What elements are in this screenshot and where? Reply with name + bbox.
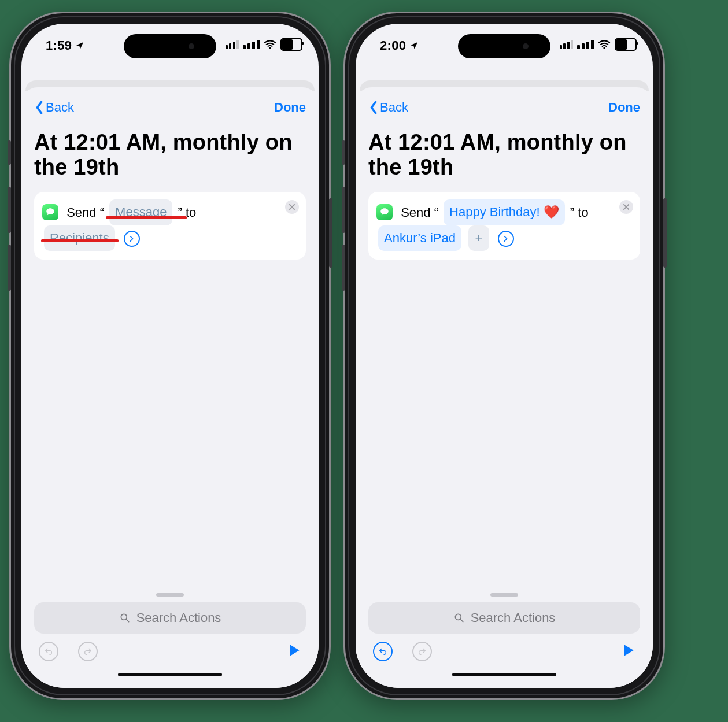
back-label: Back — [380, 100, 408, 115]
messages-app-icon — [376, 204, 393, 220]
status-time: 2:00 — [380, 38, 419, 53]
bottom-toolbar — [34, 634, 306, 664]
secondary-signal-icon — [560, 40, 574, 49]
svg-point-0 — [269, 47, 271, 49]
actions-dock: Search Actions — [34, 587, 306, 679]
done-label: Done — [274, 100, 306, 114]
side-button — [329, 198, 332, 268]
message-field[interactable]: Message — [109, 199, 172, 225]
close-icon — [289, 203, 295, 210]
secondary-signal-icon — [226, 40, 239, 49]
search-placeholder: Search Actions — [136, 610, 221, 625]
add-recipient-button[interactable]: + — [468, 225, 489, 251]
expand-action-button[interactable] — [498, 231, 514, 247]
nav-bar: Back Done — [34, 99, 306, 116]
location-icon — [75, 41, 84, 50]
send-label: Send — [66, 205, 96, 220]
to-label: to — [186, 205, 196, 220]
undo-icon — [378, 647, 387, 656]
search-actions-field[interactable]: Search Actions — [34, 602, 306, 634]
home-indicator[interactable] — [452, 673, 556, 676]
grab-handle[interactable] — [156, 593, 184, 597]
search-icon — [453, 612, 465, 624]
done-label: Done — [608, 100, 640, 114]
recipient-token[interactable]: Ankur’s iPad — [378, 225, 461, 251]
action-summary-row: Send “ Message ” to Recipients — [42, 200, 279, 251]
undo-icon — [44, 647, 53, 656]
status-time: 1:59 — [46, 38, 84, 53]
back-button[interactable]: Back — [34, 100, 74, 115]
home-indicator[interactable] — [118, 673, 222, 676]
close-icon — [623, 203, 630, 210]
phone-right: 2:00 Back Done — [343, 12, 665, 700]
back-label: Back — [46, 100, 74, 115]
automation-editor-sheet: Back Done At 12:01 AM, monthly on the 19… — [21, 87, 319, 688]
status-time-text: 1:59 — [46, 38, 72, 53]
actions-dock: Search Actions — [368, 587, 640, 679]
done-button[interactable]: Done — [608, 100, 640, 115]
redo-button[interactable] — [412, 642, 432, 661]
chevron-right-icon — [129, 236, 135, 242]
wifi-icon — [598, 38, 611, 51]
message-field[interactable]: Happy Birthday! ❤️ — [444, 199, 565, 225]
messages-app-icon — [42, 204, 58, 220]
send-label: Send — [401, 205, 430, 220]
page-title: At 12:01 AM, monthly on the 19th — [34, 130, 306, 179]
send-message-action-card[interactable]: Send “ Happy Birthday! ❤️ ” to Ankur’s i… — [368, 192, 640, 260]
cell-signal-icon — [577, 40, 594, 49]
recipients-field[interactable]: Recipients — [44, 225, 115, 251]
page-title: At 12:01 AM, monthly on the 19th — [368, 130, 640, 179]
location-icon — [409, 41, 419, 50]
action-summary-row: Send “ Happy Birthday! ❤️ ” to Ankur’s i… — [376, 200, 614, 251]
status-right — [560, 38, 637, 51]
run-button[interactable] — [286, 643, 301, 660]
search-actions-field[interactable]: Search Actions — [368, 602, 640, 634]
run-button[interactable] — [620, 643, 635, 660]
annotation-underline — [106, 216, 187, 219]
play-icon — [620, 643, 635, 658]
status-right — [226, 38, 303, 51]
battery-icon — [280, 38, 302, 51]
play-icon — [286, 643, 301, 658]
grab-handle[interactable] — [490, 593, 518, 597]
chevron-left-icon — [34, 101, 45, 114]
open-quote: “ — [434, 205, 438, 220]
undo-button[interactable] — [373, 642, 393, 661]
spacer — [34, 260, 306, 587]
send-message-action-card[interactable]: Send “ Message ” to Recipients — [34, 192, 306, 260]
phone-left: 1:59 Back Done — [9, 12, 331, 700]
chevron-right-icon — [503, 236, 509, 242]
back-button[interactable]: Back — [368, 100, 408, 115]
nav-bar: Back Done — [368, 99, 640, 116]
status-time-text: 2:00 — [380, 38, 406, 53]
svg-point-1 — [121, 614, 127, 620]
svg-point-2 — [603, 47, 605, 49]
wifi-icon — [264, 38, 276, 51]
screen: 2:00 Back Done — [356, 24, 653, 688]
remove-action-button[interactable] — [285, 200, 299, 214]
dynamic-island — [124, 34, 216, 58]
redo-icon — [417, 647, 427, 656]
side-button — [8, 140, 11, 165]
chevron-left-icon — [368, 101, 379, 114]
to-label: to — [578, 205, 588, 220]
annotation-underline — [41, 239, 119, 242]
battery-icon — [615, 38, 637, 51]
close-quote: ” — [570, 205, 574, 220]
done-button[interactable]: Done — [274, 100, 306, 115]
dynamic-island — [458, 34, 550, 58]
bottom-toolbar — [368, 634, 640, 664]
side-button — [663, 198, 667, 268]
redo-icon — [83, 647, 93, 656]
svg-point-3 — [455, 614, 461, 620]
expand-action-button[interactable] — [124, 231, 140, 247]
side-button — [8, 245, 11, 291]
redo-button[interactable] — [78, 642, 98, 661]
remove-action-button[interactable] — [619, 200, 633, 214]
search-placeholder: Search Actions — [471, 610, 556, 625]
open-quote: “ — [100, 205, 104, 220]
automation-editor-sheet: Back Done At 12:01 AM, monthly on the 19… — [356, 87, 653, 688]
side-button — [8, 187, 11, 233]
cell-signal-icon — [243, 40, 260, 49]
undo-button[interactable] — [39, 642, 58, 661]
